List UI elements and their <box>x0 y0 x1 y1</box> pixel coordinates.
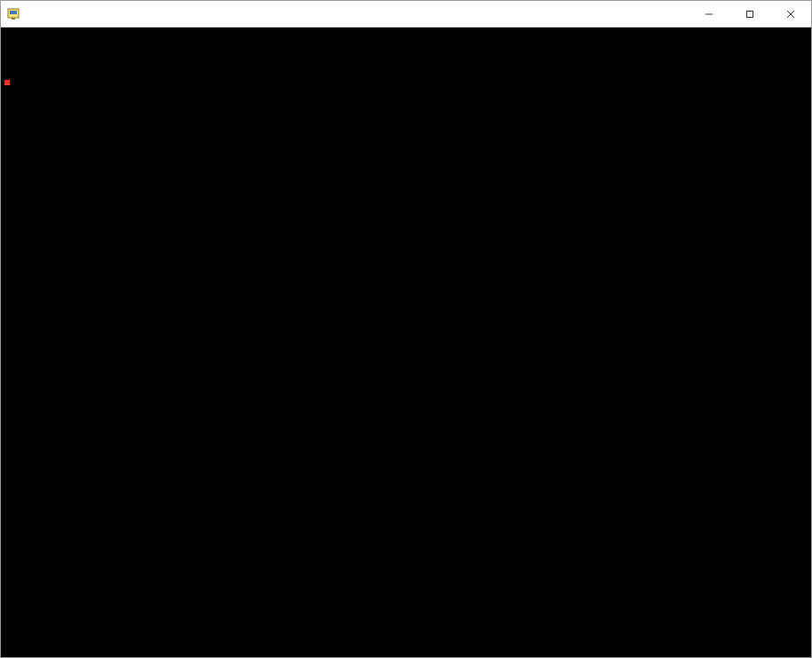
maximize-button[interactable] <box>729 1 770 27</box>
putty-window <box>0 0 812 658</box>
putty-icon <box>6 7 20 21</box>
titlebar[interactable] <box>1 1 811 28</box>
svg-rect-4 <box>747 11 753 17</box>
svg-rect-1 <box>10 11 17 14</box>
svg-rect-2 <box>12 18 15 20</box>
window-controls <box>689 1 811 27</box>
terminal-area[interactable] <box>1 28 811 657</box>
close-button[interactable] <box>770 1 811 27</box>
minimize-button[interactable] <box>689 1 729 27</box>
highlight-box <box>4 80 10 85</box>
